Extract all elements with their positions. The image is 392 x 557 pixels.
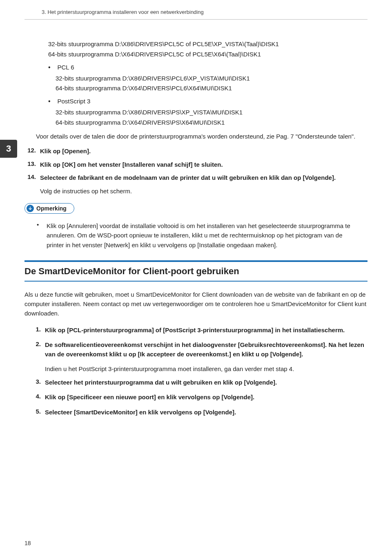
step-row: 4. Klik op [Specificeer een nieuwe poort… — [32, 393, 368, 402]
section-intro: Als u deze functie wilt gebruiken, moet … — [24, 290, 368, 318]
section2-steps: 1. Klik op [PCL-printerstuurprogramma] o… — [32, 326, 368, 417]
step-number: 5. — [32, 408, 41, 417]
bullet-icon: • — [48, 64, 56, 71]
driver-path: 64-bits stuurprogramma D:\X64\DRIVERS\PC… — [56, 83, 368, 94]
step-row: 1. Klik op [PCL-printerstuurprogramma] o… — [32, 326, 368, 335]
main-content: 32-bits stuurprogramma D:\X86\DRIVERS\PC… — [48, 39, 368, 417]
driver-path: 32-bits stuurprogramma D:\X86\DRIVERS\PC… — [48, 39, 368, 49]
remark-bullet: • Klik op [Annuleren] voordat de install… — [37, 221, 355, 250]
step-number: 14. — [24, 173, 36, 183]
arrow-down-circle-icon — [27, 205, 34, 212]
step-row: 5. Selecteer [SmartDeviceMonitor] en kli… — [32, 408, 368, 417]
driver-path: 32-bits stuurprogramma D:\X86\DRIVERS\PC… — [56, 74, 368, 84]
remark-pill: Opmerking — [24, 203, 74, 214]
step-row: 3. Selecteer het printerstuurprogramma d… — [32, 378, 368, 387]
header-rule — [24, 19, 368, 20]
step-text: Selecteer [SmartDeviceMonitor] en klik v… — [45, 408, 368, 417]
sub-bullet-postscript: • PostScript 3 — [48, 98, 368, 105]
remark-label: Opmerking — [36, 205, 67, 212]
step-number: 3. — [32, 378, 41, 387]
step-text: Klik op [Specificeer een nieuwe poort] e… — [45, 393, 368, 402]
remark-body: Klik op [Annuleren] voordat de installat… — [47, 221, 355, 250]
step-number: 12. — [24, 147, 36, 156]
driver-path: 64-bits stuurprogramma D:\X64\DRIVERS\PS… — [56, 118, 368, 128]
section-title: De SmartDeviceMonitor for Client-poort g… — [24, 266, 368, 277]
bullet-icon: • — [48, 98, 56, 105]
step-number: 4. — [32, 393, 41, 402]
step-text: Klik op [Openen]. — [40, 147, 368, 156]
step-text: Selecteer het printerstuurprogramma dat … — [45, 378, 368, 387]
heading-bar-bottom — [24, 281, 368, 282]
step-text: Selecteer de fabrikant en de modelnaam v… — [40, 173, 368, 183]
language-note: Voor details over de talen die door de p… — [36, 132, 368, 141]
chapter-tab: 3 — [0, 140, 17, 158]
driver-path: 64-bits stuurprogramma D:\X64\DRIVERS\PC… — [48, 49, 368, 60]
step-text: Klik op [PCL-printerstuurprogramma] of [… — [45, 326, 368, 335]
heading-bar-top — [24, 260, 368, 262]
page-number: 18 — [24, 540, 31, 546]
sub-bullet-label: PCL 6 — [57, 64, 74, 71]
step-subtext: Volg de instructies op het scherm. — [40, 187, 368, 196]
step-number: 1. — [32, 326, 41, 335]
step-subtext: Indien u het PostScript 3-printerstuurpr… — [45, 365, 368, 374]
step-text: De softwarelicentieovereenkomst verschij… — [45, 340, 368, 359]
step-number: 13. — [24, 160, 36, 170]
path-block-top: 32-bits stuurprogramma D:\X86\DRIVERS\PC… — [48, 39, 368, 60]
step-row: 13. Klik op [OK] om het venster [Install… — [24, 160, 368, 170]
bullet-icon: • — [37, 221, 42, 250]
step-text: Klik op [OK] om het venster [Installeren… — [40, 160, 368, 170]
section-heading: De SmartDeviceMonitor for Client-poort g… — [24, 260, 368, 282]
step-row: 14. Selecteer de fabrikant en de modelna… — [24, 173, 368, 183]
step-row: 12. Klik op [Openen]. — [24, 147, 368, 156]
sub-bullet-pcl6: • PCL 6 — [48, 64, 368, 71]
document-page: 3. Het printerstuurprogramma installeren… — [0, 0, 392, 557]
step-row: 2. De softwarelicentieovereenkomst versc… — [32, 340, 368, 359]
running-header: 3. Het printerstuurprogramma installeren… — [42, 9, 368, 15]
driver-path: 32-bits stuurprogramma D:\X86\DRIVERS\PS… — [56, 107, 368, 118]
sub-bullet-label: PostScript 3 — [57, 98, 90, 105]
step-number: 2. — [32, 340, 41, 359]
